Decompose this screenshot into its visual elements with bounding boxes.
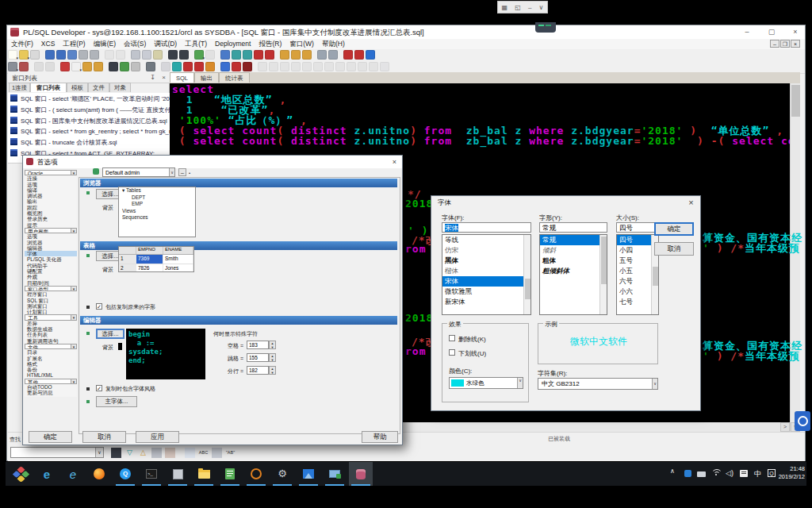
prefs-tree-item-日期/时间[interactable]: 日期/时间 — [25, 280, 77, 286]
list-item-七号[interactable]: 七号 — [617, 297, 653, 307]
toolbar-icon[interactable] — [90, 50, 99, 60]
toolbar-icon[interactable] — [254, 50, 263, 60]
prefs-tree-item-HTML/XML[interactable]: HTML/XML — [25, 372, 77, 378]
menu-item-会话(S)[interactable]: 会话(S) — [120, 39, 150, 49]
toolbar-icon[interactable] — [313, 62, 323, 71]
prefs-tree-item-编辑器[interactable]: 编辑器 — [25, 245, 77, 251]
toolbar-icon[interactable] — [56, 50, 66, 60]
toolbar-icon[interactable] — [116, 50, 125, 60]
prefs-tree-item-其他[interactable]: 其他▾ — [25, 379, 77, 384]
prefs-tree-item-外观[interactable]: 外观 — [25, 274, 77, 279]
spin-down-icon[interactable]: ▼ — [270, 345, 275, 349]
mdi-minimize[interactable]: – — [770, 40, 779, 48]
dialog-title-bar[interactable]: 首选项 × — [23, 156, 402, 168]
list-item-仿宋[interactable]: 仿宋 — [442, 245, 526, 256]
tab-模板[interactable]: 模板 — [67, 83, 88, 92]
toolbar-icon[interactable] — [347, 62, 356, 71]
prefs-tree-item-概览图[interactable]: 概览图 — [25, 210, 77, 216]
close-icon[interactable]: × — [389, 157, 400, 167]
toolbar-icon[interactable] — [258, 62, 267, 71]
toolbar-icon[interactable] — [94, 62, 103, 71]
tab-1连接[interactable]: 1连接 — [9, 83, 30, 92]
toolbar-icon[interactable] — [369, 62, 378, 71]
grid-cell[interactable]: Jones — [163, 264, 193, 272]
device-icon[interactable] — [697, 471, 706, 477]
toolbar-icon[interactable] — [232, 50, 241, 60]
font-size-input[interactable]: 四号 — [616, 222, 659, 233]
taskbar-network-pc[interactable] — [323, 462, 347, 486]
toolbar-icon[interactable] — [67, 50, 77, 60]
tab-文件[interactable]: 文件 — [88, 83, 109, 92]
toolbar-icon[interactable] — [82, 62, 92, 71]
toolbar-icon[interactable] — [45, 50, 55, 60]
scrollbar-thumb[interactable] — [653, 267, 658, 286]
prefs-tree-item-提示[interactable]: 提示 — [25, 222, 77, 228]
list-item-楷体[interactable]: 楷体 — [442, 266, 526, 276]
spinner-arrows[interactable]: ▲▼ — [269, 366, 276, 375]
window-list-item[interactable]: SQL 窗口 - select '顺德区' PLACE, 一改革启动时间 '20… — [8, 93, 170, 104]
chevron-down-icon[interactable]: ∨ — [95, 448, 103, 457]
scrollbar-thumb[interactable] — [791, 85, 800, 117]
find-icon[interactable] — [111, 448, 121, 458]
spell-check-icon[interactable]: ABC — [198, 448, 209, 458]
title-bar[interactable]: PL/SQL Developer - sys@192.168.1.100:152… — [7, 25, 805, 39]
toolbar-icon[interactable] — [380, 62, 389, 71]
menu-item-报告(R)[interactable]: 报告(R) — [255, 39, 285, 49]
grid-icon[interactable]: ▦ — [502, 4, 508, 11]
menu-item-工程(P)[interactable]: 工程(P) — [59, 39, 89, 49]
toolbar-icon[interactable] — [291, 50, 301, 60]
toolbar-icon[interactable] — [161, 62, 170, 71]
taskbar-start-button[interactable] — [9, 462, 33, 486]
font-cancel-button[interactable]: 取消 — [654, 242, 694, 256]
grid-cell[interactable]: 1 — [119, 255, 136, 264]
window-list-item[interactable]: SQL 窗口 - ( select sum(amt) from ( ——凭证 直… — [8, 104, 170, 115]
prefs-tree-item-跟踪[interactable]: 跟踪 — [25, 205, 77, 210]
editor-tab-统计表[interactable]: 统计表 — [219, 72, 250, 83]
maximize-button[interactable]: ▢ — [766, 27, 777, 37]
erase-icon[interactable] — [165, 448, 175, 458]
chevron-down-icon[interactable]: ∨ — [517, 378, 523, 388]
toolbar-icon[interactable] — [366, 50, 375, 60]
taskbar-photos-app[interactable] — [297, 462, 320, 486]
prefs-tree-item-键配置[interactable]: 键配置 — [25, 268, 77, 274]
charset-dropdown[interactable]: 中文 GB2312∨ — [538, 378, 658, 390]
toolbar-icon[interactable] — [243, 50, 252, 60]
prefs-tree-item-工具[interactable]: 工具▾ — [25, 314, 77, 320]
spinner-arrows[interactable]: ▲▼ — [269, 353, 276, 362]
tray-expand-icon[interactable]: ∧ — [670, 468, 675, 475]
list-item-粗体[interactable]: 粗体 — [540, 256, 602, 266]
menu-item-编辑(E)[interactable]: 编辑(E) — [90, 39, 120, 49]
prefs-tree-item-浏览器[interactable]: 浏览器 — [25, 240, 77, 245]
toolbar-icon[interactable]: ▾ — [194, 50, 204, 60]
teamviewer-tab[interactable] — [535, 22, 556, 33]
prefs-tree-item-窗口类型[interactable]: 窗口类型▾ — [25, 286, 77, 291]
font-name-input[interactable]: 宋体 — [442, 222, 531, 233]
prefs-tree-item-输出[interactable]: 输出 — [25, 198, 77, 204]
minimize-button[interactable]: – — [741, 27, 753, 37]
menu-item-Deployment[interactable]: Deployment — [211, 39, 255, 49]
list-item-新宋体[interactable]: 新宋体 — [442, 297, 526, 307]
result-grid-icon[interactable] — [185, 448, 195, 458]
chevron-down-icon[interactable]: ▾ — [71, 379, 76, 383]
prefs-tree-item-文件[interactable]: 文件▾ — [25, 344, 77, 349]
chevron-down-icon[interactable]: ▾ — [71, 287, 76, 291]
volume-icon[interactable]: ◁) — [726, 469, 733, 477]
list-item-小六[interactable]: 小六 — [617, 287, 653, 297]
chevron-down-icon[interactable]: ▾ — [71, 315, 76, 319]
ime-indicator[interactable]: 中 — [754, 469, 761, 479]
usb-icon[interactable] — [684, 470, 691, 477]
q-tray-icon[interactable]: Q — [768, 469, 776, 477]
select-icon[interactable] — [151, 448, 162, 458]
prefs-tree-item-字体[interactable]: 字体 — [25, 251, 77, 256]
scrollbar-thumb[interactable] — [525, 279, 530, 299]
taskbar-edge-browser[interactable]: e — [35, 462, 59, 486]
pin-icon[interactable]: ↧ — [150, 74, 155, 81]
prefs-tree-item-格式[interactable]: 格式 — [25, 361, 77, 367]
toolbar-icon[interactable] — [34, 62, 44, 71]
spinner-arrows[interactable]: ▲▼ — [269, 341, 276, 349]
menu-item-工具(T)[interactable]: 工具(T) — [181, 39, 211, 49]
close-icon[interactable]: × — [686, 198, 696, 207]
chevron-down-icon[interactable]: ▾ — [71, 344, 76, 348]
toolbar-icon[interactable] — [354, 50, 364, 60]
toolbar-icon[interactable] — [328, 50, 338, 60]
